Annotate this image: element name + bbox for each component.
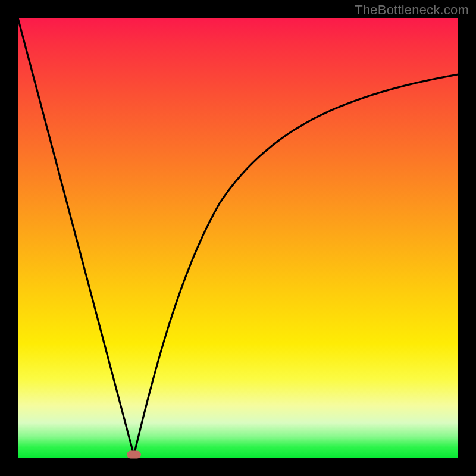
- minimum-marker: [127, 451, 141, 459]
- plot-area: [18, 18, 458, 458]
- curve-path: [18, 18, 458, 455]
- watermark-text: TheBottleneck.com: [355, 2, 469, 18]
- chart-frame: TheBottleneck.com: [0, 0, 476, 476]
- bottleneck-curve: [18, 18, 458, 458]
